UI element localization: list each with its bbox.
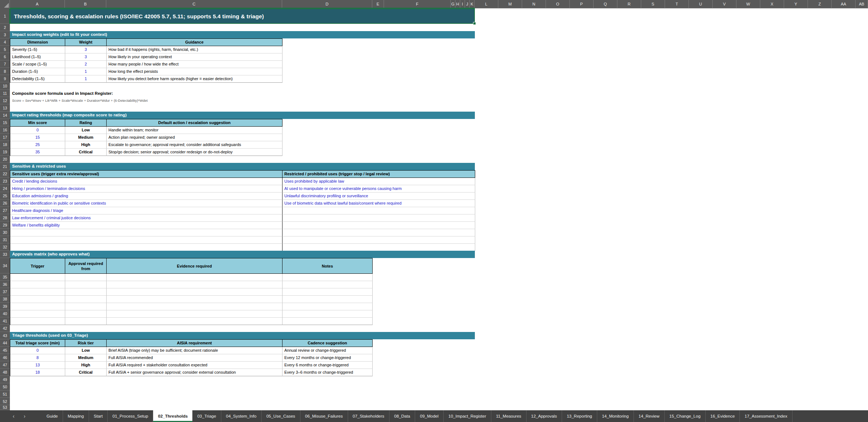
row-header-34[interactable]: 34 (0, 258, 10, 273)
table-cell[interactable]: 15 (10, 134, 65, 141)
sheet-tab-11_measures[interactable]: 11_Measures (491, 410, 527, 422)
row-header-30[interactable]: 30 (0, 229, 10, 236)
row-header-42[interactable]: 42 (0, 325, 10, 332)
table-cell[interactable]: Action plan required; owner assigned (107, 134, 282, 141)
table-cell[interactable]: How likely you detect before harm spread… (107, 75, 282, 83)
table-cell[interactable]: Likelihood (1–5) (10, 53, 65, 61)
row-header-11[interactable]: 11 (0, 90, 10, 97)
table-cell[interactable] (107, 281, 282, 288)
sheet-tab-04_system_info[interactable]: 04_System_Info (221, 410, 262, 422)
table-cell[interactable] (282, 207, 475, 214)
section-header-approvals-matrix[interactable]: Approvals matrix (who approves what) (10, 251, 475, 258)
table-column-header[interactable]: Trigger (10, 258, 65, 274)
row-header-3[interactable]: 3 (0, 31, 10, 38)
sheet-title-cell[interactable]: Thresholds, scoring & escalation rules (… (10, 8, 475, 24)
table-cell[interactable] (107, 274, 282, 281)
row-header-24[interactable]: 24 (0, 185, 10, 192)
row-header-18[interactable]: 18 (0, 141, 10, 148)
column-header-c[interactable]: C (106, 0, 282, 8)
column-header-o[interactable]: O (546, 0, 570, 8)
row-header-43[interactable]: 43 (0, 332, 10, 339)
table-cell[interactable]: 8 (10, 354, 65, 362)
table-cell[interactable] (65, 310, 107, 318)
sheet-tab-start[interactable]: Start (89, 410, 108, 422)
table-cell[interactable]: Stop/go decision; senior approval; consi… (107, 149, 282, 156)
table-cell[interactable] (10, 310, 65, 318)
column-header-k[interactable]: K (470, 0, 474, 8)
table-column-header[interactable]: Rating (65, 119, 107, 127)
row-header-38[interactable]: 38 (0, 295, 10, 303)
table-cell[interactable]: 0 (10, 127, 65, 134)
table-cell[interactable]: Medium (65, 134, 107, 141)
table-cell[interactable]: Welfare / benefits eligibility (10, 222, 282, 229)
table-column-header[interactable]: Guidance (107, 39, 282, 46)
select-all-button[interactable] (0, 0, 10, 8)
table-column-header[interactable]: AISIA requirement (107, 340, 282, 347)
table-cell[interactable]: Detectability (1–5) (10, 75, 65, 83)
row-header-1[interactable]: 1 (0, 8, 10, 24)
table-cell[interactable] (107, 288, 282, 296)
table-cell[interactable] (282, 244, 475, 251)
section-header-impact-scoring-weights[interactable]: Impact scoring weights (edit to fit your… (10, 31, 475, 38)
row-header-6[interactable]: 6 (0, 53, 10, 60)
row-header-46[interactable]: 46 (0, 354, 10, 361)
table-cell[interactable]: Scale / scope (1–5) (10, 61, 65, 68)
composite-formula-label[interactable]: Composite score formula used in Impact R… (12, 90, 113, 97)
column-header-r[interactable]: R (617, 0, 641, 8)
table-cell[interactable] (10, 274, 65, 281)
table-cell[interactable] (282, 303, 373, 310)
table-cell[interactable] (107, 303, 282, 310)
table-cell[interactable] (282, 214, 475, 222)
table-cell[interactable] (10, 236, 282, 244)
column-header-a[interactable]: A (10, 0, 65, 8)
row-header-12[interactable]: 12 (0, 97, 10, 104)
table-cell[interactable]: 18 (10, 369, 65, 376)
table-cell[interactable]: Use of biometric data without lawful bas… (282, 200, 475, 207)
column-header-w[interactable]: W (736, 0, 760, 8)
row-header-27[interactable]: 27 (0, 207, 10, 214)
sheet-tab-mapping[interactable]: Mapping (63, 410, 89, 422)
section-header-impact-rating-thresholds[interactable]: Impact rating thresholds (map composite … (10, 112, 475, 119)
table-cell[interactable]: Law enforcement / criminal justice decis… (10, 214, 282, 222)
table-column-header[interactable]: Weight (65, 39, 107, 46)
table-cell[interactable]: How bad if it happens (rights, harm, fin… (107, 46, 282, 53)
row-header-39[interactable]: 39 (0, 303, 10, 310)
row-header-50[interactable]: 50 (0, 383, 10, 391)
table-cell[interactable]: Escalate to governance; approval require… (107, 141, 282, 149)
row-header-45[interactable]: 45 (0, 347, 10, 354)
table-cell[interactable]: Severity (1–5) (10, 46, 65, 53)
table-cell[interactable]: 25 (10, 141, 65, 149)
table-cell[interactable] (107, 318, 282, 325)
row-header-32[interactable]: 32 (0, 243, 10, 251)
table-cell[interactable]: How many people / how wide the effect (107, 61, 282, 68)
section-header-triage-thresholds[interactable]: Triage thresholds (used on 03_Triage) (10, 332, 475, 339)
table-cell[interactable]: Handle within team; monitor (107, 127, 282, 134)
row-header-14[interactable]: 14 (0, 112, 10, 119)
table-cell[interactable]: AI used to manipulate or coerce vulnerab… (282, 185, 475, 193)
row-header-37[interactable]: 37 (0, 288, 10, 295)
row-header-16[interactable]: 16 (0, 126, 10, 134)
row-header-41[interactable]: 41 (0, 317, 10, 325)
table-column-header[interactable]: Sensitive uses (trigger extra review/app… (10, 171, 282, 178)
table-cell[interactable]: Critical (65, 369, 107, 376)
row-header-4[interactable]: 4 (0, 38, 10, 46)
row-header-22[interactable]: 22 (0, 170, 10, 178)
row-header-29[interactable]: 29 (0, 221, 10, 229)
column-header-j[interactable]: J (465, 0, 470, 8)
row-header-44[interactable]: 44 (0, 339, 10, 347)
table-cell[interactable]: Every 3–6 months or change-triggered (282, 369, 373, 376)
row-header-52[interactable]: 52 (0, 398, 10, 405)
table-cell[interactable] (10, 244, 282, 251)
column-header-u[interactable]: U (689, 0, 713, 8)
table-cell[interactable] (65, 288, 107, 296)
table-cell[interactable] (107, 296, 282, 303)
column-header-p[interactable]: P (570, 0, 594, 8)
column-header-h[interactable]: H (455, 0, 460, 8)
table-cell[interactable]: Biometric identification in public or se… (10, 200, 282, 207)
column-header-t[interactable]: T (665, 0, 689, 8)
table-cell[interactable]: Unlawful discriminatory profiling or sur… (282, 193, 475, 200)
row-header-35[interactable]: 35 (0, 273, 10, 281)
table-cell[interactable]: Every 6 months or change-triggered (282, 362, 373, 369)
table-column-header[interactable]: Notes (282, 258, 373, 274)
row-header-5[interactable]: 5 (0, 46, 10, 53)
